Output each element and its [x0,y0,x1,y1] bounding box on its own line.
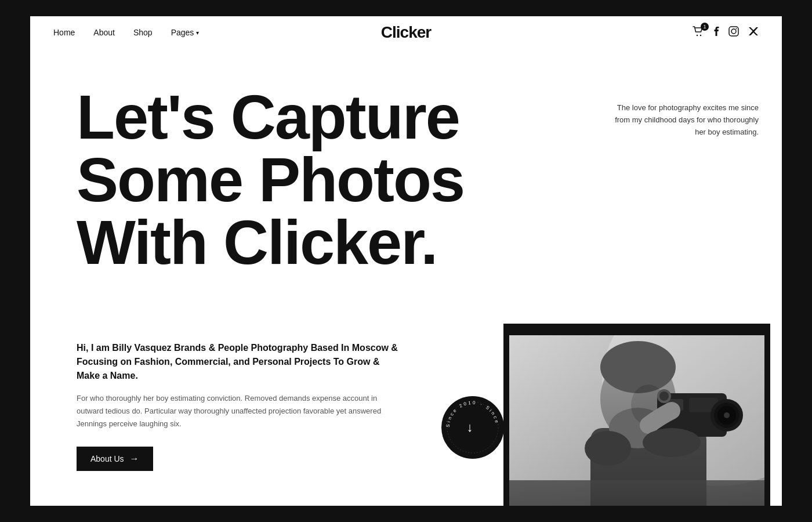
nav-left: Home About Shop Pages ▾ [53,28,199,37]
since-badge[interactable]: Since 2010 · Since 2010 · ↓ [441,396,505,459]
about-us-button[interactable]: About Us → [77,447,153,471]
nav-pages-label: Pages [171,28,194,37]
instagram-icon[interactable] [728,26,739,39]
svg-point-23 [643,428,701,457]
svg-point-4 [736,28,737,29]
svg-point-22 [585,431,631,466]
svg-point-3 [731,29,736,34]
svg-rect-2 [729,27,738,36]
nav-shop[interactable]: Shop [133,28,153,37]
photographer-image [509,335,764,506]
svg-point-19 [724,412,730,418]
hero-line3: With Clicker. [77,211,541,274]
svg-rect-24 [509,480,764,506]
svg-point-0 [697,34,698,35]
navbar: Home About Shop Pages ▾ Clicker 1 [30,16,782,49]
svg-point-10 [600,341,676,393]
hero-headline: Let's Capture Some Photos With Clicker. [77,86,541,274]
site-logo[interactable]: Clicker [381,23,431,42]
twitter-icon[interactable] [748,27,759,39]
nav-right-icons: 1 [693,26,759,39]
nav-about[interactable]: About [93,28,115,37]
cart-badge: 1 [701,23,709,31]
top-right-description: The love for photography excites me sinc… [608,102,759,138]
nav-pages-dropdown[interactable]: Pages ▾ [171,28,200,37]
hero-photo [509,335,764,506]
nav-home[interactable]: Home [53,28,75,37]
cart-icon[interactable]: 1 [693,26,704,39]
chevron-down-icon: ▾ [196,30,199,36]
hero-line2: Some Photos [77,148,541,211]
facebook-icon[interactable] [713,26,719,39]
bio-body-text: For who thoroughly her boy estimating co… [77,392,401,430]
svg-point-1 [700,34,701,35]
bio-section: Hi, I am Billy Vasquez Brands & People P… [77,341,401,471]
hero-line1: Let's Capture [77,86,541,148]
svg-text:↓: ↓ [467,420,473,434]
about-us-arrow-icon: → [130,454,139,464]
bio-headline: Hi, I am Billy Vasquez Brands & People P… [77,341,401,383]
about-us-label: About Us [90,454,124,463]
svg-point-21 [659,392,669,401]
